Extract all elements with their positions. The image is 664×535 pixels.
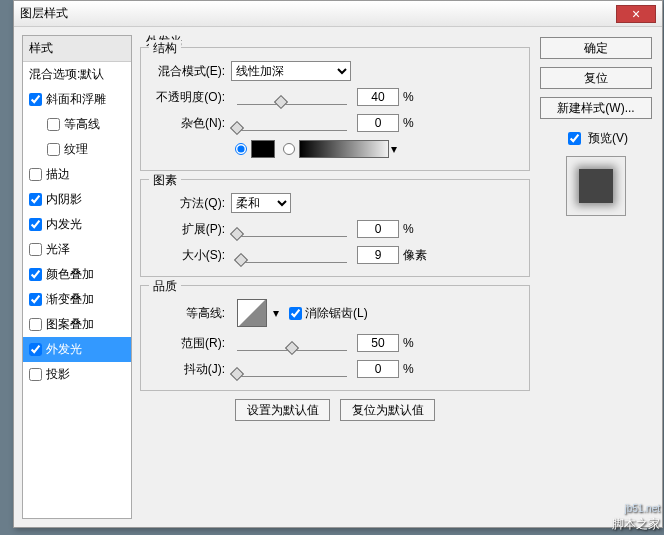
label-size: 大小(S): (149, 247, 231, 264)
checkbox-contour[interactable] (47, 118, 60, 131)
checkbox-pattern-overlay[interactable] (29, 318, 42, 331)
sidebar-blend-defaults[interactable]: 混合选项:默认 (23, 62, 131, 87)
label-jitter: 抖动(J): (149, 361, 231, 378)
size-slider[interactable] (237, 247, 347, 263)
styles-sidebar: 样式 混合选项:默认 斜面和浮雕 等高线 纹理 描边 内阴影 内发光 光泽 颜色… (22, 35, 132, 519)
titlebar[interactable]: 图层样式 × (14, 1, 662, 27)
checkbox-outer-glow[interactable] (29, 343, 42, 356)
label-blend-mode: 混合模式(E): (149, 63, 231, 80)
dropdown-icon[interactable]: ▾ (273, 306, 279, 320)
checkbox-inner-shadow[interactable] (29, 193, 42, 206)
preview-thumbnail (566, 156, 626, 216)
noise-unit: % (403, 116, 433, 130)
checkbox-stroke[interactable] (29, 168, 42, 181)
spread-slider[interactable] (237, 221, 347, 237)
preview-checkbox[interactable] (568, 132, 581, 145)
sidebar-item-drop-shadow[interactable]: 投影 (23, 362, 131, 387)
sidebar-item-pattern-overlay[interactable]: 图案叠加 (23, 312, 131, 337)
label-range: 范围(R): (149, 335, 231, 352)
group-quality: 品质 等高线: ▾ 消除锯齿(L) 范围(R): 50 % 抖动(J): (140, 285, 530, 391)
sidebar-item-gradient-overlay[interactable]: 渐变叠加 (23, 287, 131, 312)
sidebar-header: 样式 (23, 36, 131, 62)
label-contour: 等高线: (149, 305, 231, 322)
noise-input[interactable]: 0 (357, 114, 399, 132)
right-panel: 确定 复位 新建样式(W)... 预览(V) (538, 35, 654, 519)
new-style-button[interactable]: 新建样式(W)... (540, 97, 652, 119)
group-elements: 图素 方法(Q): 柔和 扩展(P): 0 % 大小(S): 9 像素 (140, 179, 530, 277)
gradient-picker[interactable] (299, 140, 389, 158)
sidebar-item-inner-shadow[interactable]: 内阴影 (23, 187, 131, 212)
sidebar-item-contour[interactable]: 等高线 (23, 112, 131, 137)
opacity-input[interactable]: 40 (357, 88, 399, 106)
label-technique: 方法(Q): (149, 195, 231, 212)
close-button[interactable]: × (616, 5, 656, 23)
color-radio[interactable] (235, 143, 247, 155)
range-input[interactable]: 50 (357, 334, 399, 352)
legend-quality: 品质 (149, 278, 181, 295)
range-unit: % (403, 336, 433, 350)
jitter-input[interactable]: 0 (357, 360, 399, 378)
main-panel: 外发光 结构 混合模式(E): 线性加深 不透明度(O): 40 % 杂色(N)… (138, 35, 532, 519)
dialog-title: 图层样式 (20, 5, 616, 22)
spread-unit: % (403, 222, 433, 236)
checkbox-inner-glow[interactable] (29, 218, 42, 231)
opacity-slider[interactable] (237, 89, 347, 105)
sidebar-item-outer-glow[interactable]: 外发光 (23, 337, 131, 362)
legend-structure: 结构 (149, 40, 181, 57)
reset-button[interactable]: 复位 (540, 67, 652, 89)
watermark: jb51.net 脚本之家 (612, 503, 660, 533)
label-antialias: 消除锯齿(L) (305, 305, 368, 322)
label-preview: 预览(V) (588, 130, 628, 147)
layer-style-dialog: 图层样式 × 样式 混合选项:默认 斜面和浮雕 等高线 纹理 描边 内阴影 内发… (13, 0, 663, 528)
spread-input[interactable]: 0 (357, 220, 399, 238)
label-opacity: 不透明度(O): (149, 89, 231, 106)
sidebar-item-bevel[interactable]: 斜面和浮雕 (23, 87, 131, 112)
checkbox-gradient-overlay[interactable] (29, 293, 42, 306)
dropdown-icon[interactable]: ▾ (391, 142, 397, 156)
opacity-unit: % (403, 90, 433, 104)
sidebar-item-satin[interactable]: 光泽 (23, 237, 131, 262)
reset-default-button[interactable]: 复位为默认值 (340, 399, 435, 421)
sidebar-item-color-overlay[interactable]: 颜色叠加 (23, 262, 131, 287)
jitter-unit: % (403, 362, 433, 376)
antialias-checkbox[interactable] (289, 307, 302, 320)
technique-select[interactable]: 柔和 (231, 193, 291, 213)
label-noise: 杂色(N): (149, 115, 231, 132)
legend-elements: 图素 (149, 172, 181, 189)
blend-mode-select[interactable]: 线性加深 (231, 61, 351, 81)
checkbox-bevel[interactable] (29, 93, 42, 106)
set-default-button[interactable]: 设置为默认值 (235, 399, 330, 421)
jitter-slider[interactable] (237, 361, 347, 377)
checkbox-drop-shadow[interactable] (29, 368, 42, 381)
size-input[interactable]: 9 (357, 246, 399, 264)
sidebar-item-texture[interactable]: 纹理 (23, 137, 131, 162)
checkbox-satin[interactable] (29, 243, 42, 256)
sidebar-item-inner-glow[interactable]: 内发光 (23, 212, 131, 237)
checkbox-color-overlay[interactable] (29, 268, 42, 281)
contour-picker[interactable] (237, 299, 267, 327)
size-unit: 像素 (403, 247, 433, 264)
color-swatch[interactable] (251, 140, 275, 158)
noise-slider[interactable] (237, 115, 347, 131)
ok-button[interactable]: 确定 (540, 37, 652, 59)
range-slider[interactable] (237, 335, 347, 351)
group-structure: 结构 混合模式(E): 线性加深 不透明度(O): 40 % 杂色(N): 0 … (140, 47, 530, 171)
label-spread: 扩展(P): (149, 221, 231, 238)
sidebar-item-stroke[interactable]: 描边 (23, 162, 131, 187)
gradient-radio[interactable] (283, 143, 295, 155)
checkbox-texture[interactable] (47, 143, 60, 156)
